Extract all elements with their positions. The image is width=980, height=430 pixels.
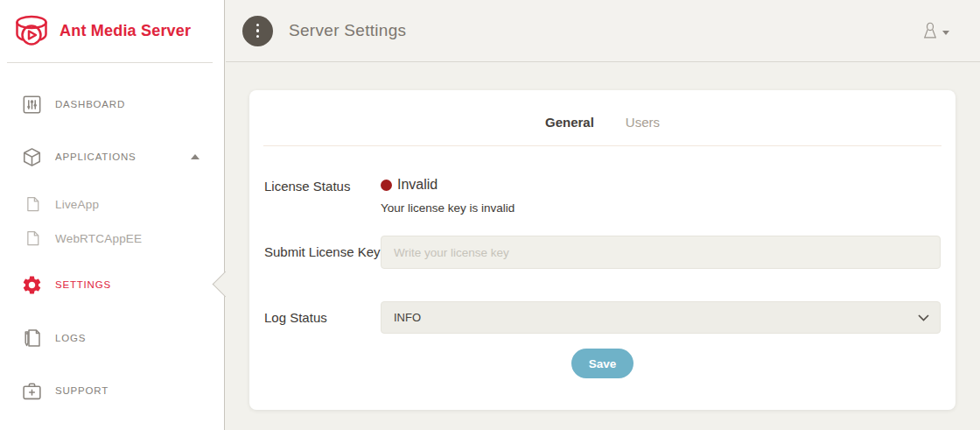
log-status-label: Log Status xyxy=(264,308,381,328)
sidebar-item-support[interactable]: SUPPORT xyxy=(0,372,224,409)
collapse-caret-icon[interactable] xyxy=(191,154,200,159)
sidebar-item-label: DASHBOARD xyxy=(55,99,125,109)
brand[interactable]: Ant Media Server xyxy=(0,0,224,62)
sidebar: Ant Media Server DASHBOARD xyxy=(0,0,225,430)
tab-users[interactable]: Users xyxy=(626,115,660,131)
tab-general[interactable]: General xyxy=(545,115,594,131)
save-row: Save xyxy=(264,349,941,378)
gear-icon xyxy=(21,274,43,296)
sidebar-nav: DASHBOARD APPLICATIONS LiveApp xyxy=(0,86,224,409)
sidebar-item-label: LiveApp xyxy=(55,198,99,211)
file-icon xyxy=(26,230,39,246)
sidebar-item-label: SETTINGS xyxy=(55,279,111,290)
chevron-down-icon xyxy=(942,31,949,35)
license-key-input[interactable] xyxy=(381,236,941,269)
tabs: General Users xyxy=(249,90,956,131)
sidebar-item-dashboard[interactable]: DASHBOARD xyxy=(0,86,224,123)
license-key-row: Submit License Key xyxy=(264,236,941,269)
dashboard-sliders-icon xyxy=(21,94,43,116)
license-status-description: Your license key is invalid xyxy=(381,201,514,215)
license-status-value: Invalid Your license key is invalid xyxy=(381,177,514,215)
general-settings-form: License Status Invalid Your license key … xyxy=(249,146,956,378)
page-title: Server Settings xyxy=(289,21,406,40)
sidebar-item-label: SUPPORT xyxy=(55,385,108,396)
save-button[interactable]: Save xyxy=(571,349,634,378)
log-status-select[interactable]: INFO xyxy=(381,301,941,334)
server-settings-panel: General Users License Status Invalid You… xyxy=(249,90,956,410)
sidebar-divider xyxy=(7,62,213,63)
support-kit-icon xyxy=(21,380,43,402)
license-key-label: Submit License Key xyxy=(264,243,381,262)
log-status-row: Log Status INFO xyxy=(264,301,941,334)
sidebar-item-settings[interactable]: SETTINGS xyxy=(0,266,224,303)
license-status-label: License Status xyxy=(264,177,381,215)
kebab-menu-icon[interactable] xyxy=(242,16,273,46)
main-area: Server Settings General Users License St… xyxy=(226,0,980,430)
sidebar-item-applications[interactable]: APPLICATIONS xyxy=(0,138,224,175)
topbar: Server Settings xyxy=(226,0,980,62)
sidebar-item-logs[interactable]: LOGS xyxy=(0,320,224,356)
sidebar-item-label: WebRTCAppEE xyxy=(55,232,142,245)
sidebar-item-label: LOGS xyxy=(55,333,86,343)
log-status-select-wrap: INFO xyxy=(381,301,941,334)
log-file-icon xyxy=(21,328,43,349)
brand-name: Ant Media Server xyxy=(60,22,191,40)
license-status-row: License Status Invalid Your license key … xyxy=(264,177,941,215)
applications-box-icon xyxy=(21,146,43,168)
status-dot-icon xyxy=(381,180,392,191)
sidebar-item-webrtcappee[interactable]: WebRTCAppEE xyxy=(0,223,224,253)
user-menu[interactable] xyxy=(921,21,949,40)
file-icon xyxy=(26,196,39,212)
user-icon xyxy=(921,21,939,40)
license-status-text: Invalid xyxy=(397,177,438,193)
sidebar-item-liveapp[interactable]: LiveApp xyxy=(0,189,224,219)
ant-media-logo-icon xyxy=(11,14,52,49)
sidebar-item-label: APPLICATIONS xyxy=(55,152,136,162)
